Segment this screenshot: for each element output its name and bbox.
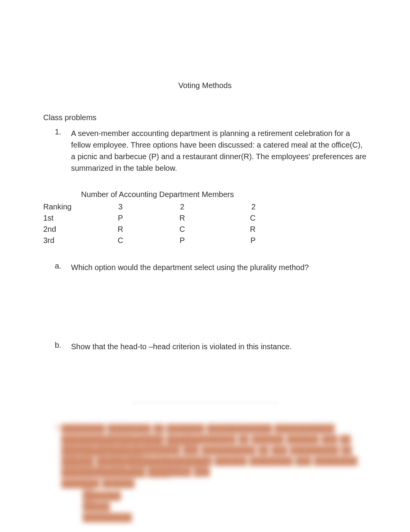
subpart-letter: b.	[55, 341, 71, 352]
problem-number: 1.	[55, 127, 71, 174]
preference-table: Ranking 3 2 2 1st P R C 2nd R C R 3rd C …	[43, 201, 256, 246]
subpart-text: Which option would the department select…	[71, 262, 309, 273]
hidden-sub-c: ██ █████████	[83, 500, 367, 508]
header-col-1: 3	[93, 201, 147, 212]
content-divider	[132, 403, 278, 403]
table-row: 2nd R C R	[43, 224, 256, 235]
subpart-b: b. Show that the head-to –head criterion…	[55, 341, 367, 352]
rank-label: 1st	[43, 212, 93, 224]
cell: P	[217, 235, 256, 246]
cell: R	[217, 224, 256, 235]
rank-label: 3rd	[43, 235, 93, 246]
rank-label: 2nd	[43, 224, 93, 235]
cell: R	[93, 224, 147, 235]
subpart-letter: a.	[55, 262, 71, 273]
cell: C	[217, 212, 256, 224]
document-title: Voting Methods	[43, 81, 367, 90]
table-header-row: Ranking 3 2 2	[43, 201, 256, 212]
hidden-text-line: ██████ █████ █████ ███ ███████ ██████ ██…	[61, 455, 370, 463]
cell: P	[93, 212, 147, 224]
section-class-problems: Class problems	[43, 113, 367, 122]
cell: C	[147, 224, 217, 235]
hidden-text-line: ████████ ████████ ██ ███████ ███████████…	[61, 423, 378, 430]
answer-space-a	[43, 273, 367, 325]
problem-text: A seven-member accounting department is …	[71, 127, 367, 174]
table-caption: Number of Accounting Department Members	[81, 190, 367, 199]
hidden-problem-2: 2. ████████ ████████ ██ ███████ ████████…	[55, 423, 367, 508]
table-row: 1st P R C	[43, 212, 256, 224]
subpart-a: a. Which option would the department sel…	[55, 262, 367, 273]
problem-1: 1. A seven-member accounting department …	[55, 127, 367, 174]
header-ranking: Ranking	[43, 201, 93, 212]
cell: P	[147, 235, 217, 246]
header-col-3: 2	[217, 201, 256, 212]
preference-table-block: Number of Accounting Department Members …	[43, 190, 367, 246]
cell: R	[147, 212, 217, 224]
hidden-text-line: ████████ █████ █████ ██ ███ ███████ ██ █…	[61, 433, 366, 441]
subpart-text: Show that the head-to –head criterion is…	[71, 341, 291, 352]
hidden-text-line: ████████████ ███ ████████ ███ ███████ ██…	[61, 466, 231, 474]
hidden-text-line: ██████ ██████ █████████ ███ ██████████ █…	[61, 444, 382, 452]
cell: C	[93, 235, 147, 246]
header-col-2: 2	[147, 201, 217, 212]
table-row: 3rd C P P	[43, 235, 256, 246]
hidden-sub-b: ██ █████	[83, 489, 367, 497]
hidden-problem-number: 2.	[55, 423, 61, 477]
hidden-problem-body: ████████ ████████ ██ ███████ ███████████…	[61, 423, 382, 477]
